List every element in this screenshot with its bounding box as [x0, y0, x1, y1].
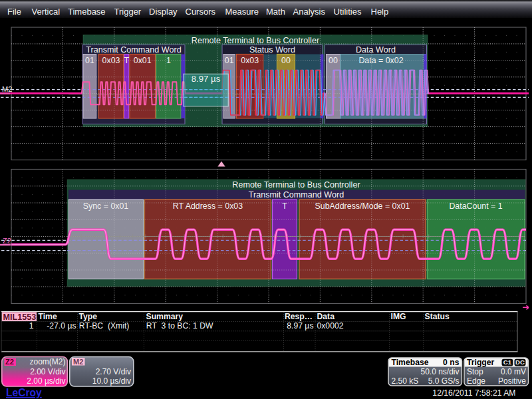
svg-text:M2: M2	[2, 85, 12, 93]
svg-text:Analysis: Analysis	[293, 7, 326, 17]
svg-text:Z2: Z2	[5, 358, 14, 366]
svg-text:0x01: 0x01	[134, 56, 152, 65]
svg-text:Type: Type	[79, 312, 98, 321]
svg-text:Stop: Stop	[467, 367, 483, 376]
svg-text:2.00 µs/div: 2.00 µs/div	[27, 376, 65, 386]
svg-text:Status: Status	[425, 312, 450, 321]
svg-text:2.00 V/div: 2.00 V/div	[30, 367, 65, 376]
svg-text:Transmit Command Word: Transmit Command Word	[249, 190, 344, 200]
svg-text:Remote Terminal to Bus Control: Remote Terminal to Bus Controller	[192, 36, 319, 45]
svg-text:01: 01	[85, 56, 94, 65]
svg-text:01: 01	[225, 56, 234, 65]
svg-text:2.70 V/div: 2.70 V/div	[96, 367, 131, 376]
svg-text:2.50 kS: 2.50 kS	[392, 376, 419, 386]
svg-text:Z2: Z2	[3, 237, 11, 245]
svg-text:RT-BC (Xmit): RT-BC (Xmit)	[79, 321, 130, 331]
svg-text:Time: Time	[39, 312, 57, 321]
svg-text:Resp…: Resp…	[285, 312, 313, 321]
svg-text:Timebase: Timebase	[392, 358, 429, 367]
svg-text:RT 3 to BC: 1 DW: RT 3 to BC: 1 DW	[146, 321, 213, 331]
svg-text:Positive: Positive	[498, 376, 526, 386]
svg-text:C1: C1	[503, 358, 512, 366]
svg-text:RT Address = 0x03: RT Address = 0x03	[173, 201, 243, 211]
svg-text:Remote Terminal to Bus Control: Remote Terminal to Bus Controller	[232, 180, 360, 190]
svg-text:0x03: 0x03	[102, 56, 120, 65]
svg-text:Edge: Edge	[467, 376, 485, 386]
svg-text:8.97 µs: 8.97 µs	[192, 74, 221, 84]
svg-text:10.0 µs/div: 10.0 µs/div	[92, 376, 131, 386]
svg-text:Cursors: Cursors	[186, 7, 216, 17]
svg-text:0x0002: 0x0002	[317, 321, 344, 331]
svg-text:Utilities: Utilities	[334, 7, 362, 17]
svg-text:Timebase: Timebase	[68, 7, 106, 17]
svg-text:Data: Data	[317, 312, 335, 321]
svg-text:Status Word: Status Word	[249, 45, 295, 55]
svg-text:1: 1	[29, 321, 34, 331]
svg-text:LeCroy: LeCroy	[6, 387, 42, 398]
svg-text:Trigger: Trigger	[114, 7, 142, 17]
svg-text:Data Word: Data Word	[356, 45, 396, 55]
svg-text:MIL1553: MIL1553	[3, 313, 37, 322]
svg-text:Sync = 0x01: Sync = 0x01	[83, 201, 129, 211]
svg-text:File: File	[7, 7, 21, 17]
svg-text:0.0 mV: 0.0 mV	[501, 367, 526, 376]
svg-text:zoom(M2): zoom(M2)	[29, 357, 65, 366]
svg-text:DC: DC	[515, 358, 525, 366]
svg-text:0 ns: 0 ns	[443, 358, 460, 367]
svg-text:50.0 ns/div: 50.0 ns/div	[420, 367, 459, 376]
svg-text:-27.0 µs: -27.0 µs	[47, 321, 76, 331]
svg-text:Trigger: Trigger	[467, 358, 495, 367]
svg-text:T: T	[282, 201, 287, 211]
svg-text:8.97 µs: 8.97 µs	[287, 321, 313, 331]
svg-text:Display: Display	[149, 7, 178, 17]
svg-text:Math: Math	[266, 7, 285, 17]
svg-text:Measure: Measure	[225, 7, 259, 17]
svg-text:Vertical: Vertical	[32, 7, 61, 17]
svg-text:12/16/2011 7:58:21 AM: 12/16/2011 7:58:21 AM	[432, 388, 515, 398]
svg-text:M2: M2	[73, 358, 83, 366]
svg-text:5.0 GS/s: 5.0 GS/s	[428, 376, 460, 386]
svg-text:Summary: Summary	[146, 312, 184, 321]
svg-text:IMG: IMG	[391, 312, 406, 321]
svg-text:Transmit Command Word: Transmit Command Word	[86, 45, 181, 55]
svg-text:Help: Help	[371, 7, 389, 17]
